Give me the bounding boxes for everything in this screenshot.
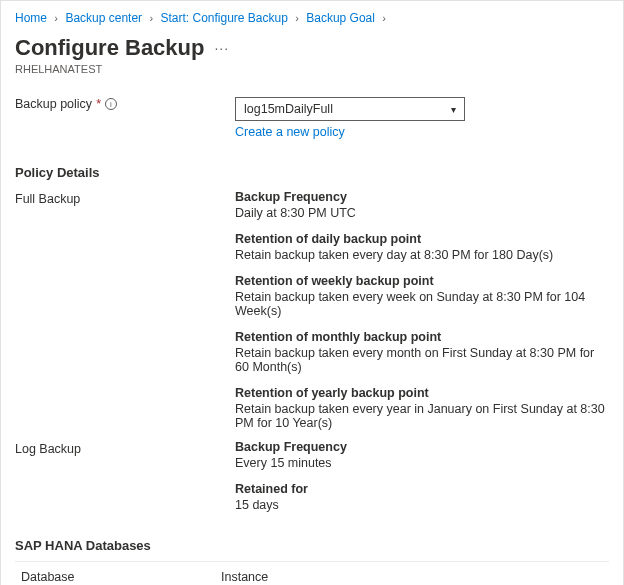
info-icon[interactable]: i [105,98,117,110]
databases-title: SAP HANA Databases [15,538,609,553]
detail-text: Retain backup taken every week on Sunday… [235,290,609,318]
backup-policy-value: log15mDailyFull [244,102,333,116]
detail-text: Daily at 8:30 PM UTC [235,206,609,220]
chevron-right-icon: › [149,12,153,24]
detail-text: Retain backup taken every day at 8:30 PM… [235,248,609,262]
backup-policy-select[interactable]: log15mDailyFull ▾ [235,97,465,121]
detail-heading: Backup Frequency [235,440,609,454]
detail-heading: Retention of yearly backup point [235,386,609,400]
log-backup-label: Log Backup [15,440,235,456]
detail-heading: Retention of daily backup point [235,232,609,246]
detail-heading: Retained for [235,482,609,496]
breadcrumb-item[interactable]: Backup center [65,11,142,25]
page-subtitle: RHELHANATEST [15,63,609,75]
breadcrumb-item[interactable]: Backup Goal [306,11,375,25]
table-header-instance[interactable]: Instance [215,562,609,586]
more-icon[interactable]: ··· [214,40,229,56]
chevron-right-icon: › [382,12,386,24]
breadcrumb: Home › Backup center › Start: Configure … [15,11,609,25]
detail-text: Retain backup taken every month on First… [235,346,609,374]
detail-heading: Retention of monthly backup point [235,330,609,344]
full-backup-label: Full Backup [15,190,235,206]
table-header-database[interactable]: Database [15,562,215,586]
chevron-right-icon: › [295,12,299,24]
detail-heading: Backup Frequency [235,190,609,204]
detail-text: 15 days [235,498,609,512]
policy-details-title: Policy Details [15,165,609,180]
create-policy-link[interactable]: Create a new policy [235,125,345,139]
breadcrumb-item[interactable]: Home [15,11,47,25]
required-icon: * [96,97,101,111]
chevron-right-icon: › [54,12,58,24]
detail-text: Retain backup taken every year in Januar… [235,402,609,430]
log-backup-content: Backup Frequency Every 15 minutes Retain… [235,440,609,512]
databases-table: Database Instance r75hanadb01\HN1 NW1 r7… [15,561,609,585]
page-title: Configure Backup [15,35,204,61]
backup-policy-label: Backup policy * i [15,97,235,111]
breadcrumb-item[interactable]: Start: Configure Backup [160,11,287,25]
chevron-down-icon: ▾ [451,104,456,115]
detail-heading: Retention of weekly backup point [235,274,609,288]
full-backup-content: Backup Frequency Daily at 8:30 PM UTC Re… [235,190,609,430]
detail-text: Every 15 minutes [235,456,609,470]
